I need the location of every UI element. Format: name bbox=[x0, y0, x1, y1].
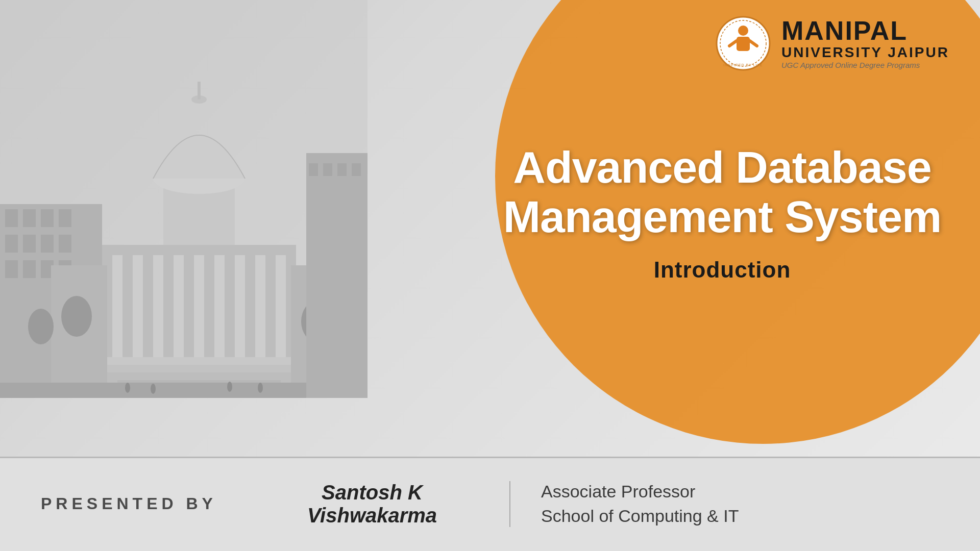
presenter-name: Santosh K Vishwakarma bbox=[255, 481, 510, 527]
footer-divider bbox=[0, 457, 980, 458]
svg-rect-52 bbox=[737, 37, 750, 51]
presenter-title-line2: School of Computing & IT bbox=[541, 504, 739, 529]
presentation-title: Advanced Database Management System bbox=[480, 143, 965, 242]
main-content-area: Advanced Database Management System Intr… bbox=[480, 143, 965, 283]
university-tagline: UGC Approved Online Degree Programs bbox=[781, 61, 949, 69]
university-emblem-icon: INSPIRED BY LIFE bbox=[715, 15, 771, 71]
presenter-details: Associate Professor School of Computing … bbox=[541, 480, 739, 528]
svg-point-51 bbox=[738, 26, 748, 36]
university-name-sub: UNIVERSITY JAIPUR bbox=[781, 44, 949, 61]
presented-by-label: PRESENTED BY bbox=[41, 494, 255, 513]
presenter-title-line1: Associate Professor bbox=[541, 480, 739, 504]
presentation-subtitle: Introduction bbox=[480, 257, 965, 283]
footer-bar: PRESENTED BY Santosh K Vishwakarma Assoc… bbox=[0, 457, 980, 551]
university-name-main: MANIPAL bbox=[781, 17, 949, 44]
svg-text:INSPIRED BY LIFE: INSPIRED BY LIFE bbox=[724, 63, 763, 67]
svg-rect-48 bbox=[0, 0, 368, 398]
university-name-area: MANIPAL UNIVERSITY JAIPUR UGC Approved O… bbox=[781, 17, 949, 70]
university-logo: INSPIRED BY LIFE MANIPAL UNIVERSITY JAIP… bbox=[715, 15, 949, 71]
building-image bbox=[0, 0, 368, 398]
